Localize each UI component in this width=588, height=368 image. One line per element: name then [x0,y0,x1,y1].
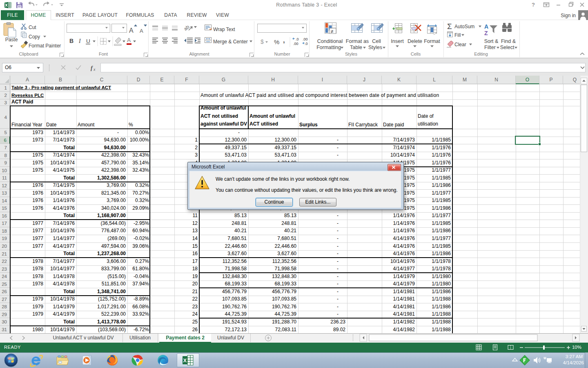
svg-text:U: U [86,38,90,44]
svg-text:Select: Select [500,45,514,50]
svg-text:$: $ [261,38,264,45]
svg-text:Format as: Format as [346,38,369,44]
svg-text:Σ: Σ [447,22,452,31]
svg-text:Cut: Cut [29,25,36,30]
svg-text:Clear: Clear [454,42,466,47]
svg-text:?: ? [532,2,535,8]
svg-text:Find &: Find & [501,38,516,44]
svg-text:Table: Table [350,45,362,50]
svg-text:Insert: Insert [391,38,404,44]
svg-text:.0: .0 [305,42,308,46]
svg-text:Filter: Filter [484,45,496,50]
svg-text:Sort &: Sort & [484,38,499,44]
svg-text:A: A [129,27,134,34]
svg-text:Format Painter: Format Painter [29,43,61,49]
svg-text:Wrap Text: Wrap Text [213,27,235,32]
svg-text:Styles: Styles [368,45,382,50]
svg-text:x: x [93,67,96,72]
svg-text:Paste: Paste [5,37,18,43]
svg-text:Formatting: Formatting [316,45,341,50]
svg-text:f: f [91,65,93,71]
svg-text:Cell: Cell [372,38,381,44]
svg-text:,: , [283,36,285,44]
svg-text:≠: ≠ [331,29,334,34]
svg-text:A: A [127,37,131,43]
svg-text:AutoSum: AutoSum [454,24,474,29]
svg-text:.00: .00 [303,37,308,41]
svg-text:ab: ab [183,24,190,31]
svg-text:.00: .00 [293,42,298,46]
svg-text:A: A [484,23,488,30]
svg-text:Conditional: Conditional [317,38,343,44]
svg-text:I: I [78,38,81,44]
svg-text:Copy: Copy [29,34,40,40]
svg-text:Format: Format [424,38,440,44]
svg-text:X: X [183,357,187,364]
svg-text:A: A [140,28,143,34]
svg-text:Z: Z [484,30,488,36]
svg-text:Delete: Delete [408,38,422,44]
svg-text:Fill: Fill [454,32,461,38]
svg-text:Merge & Center: Merge & Center [213,39,248,45]
svg-text:%: % [274,38,279,45]
svg-text:.0: .0 [296,37,299,41]
svg-text:B: B [69,38,74,44]
